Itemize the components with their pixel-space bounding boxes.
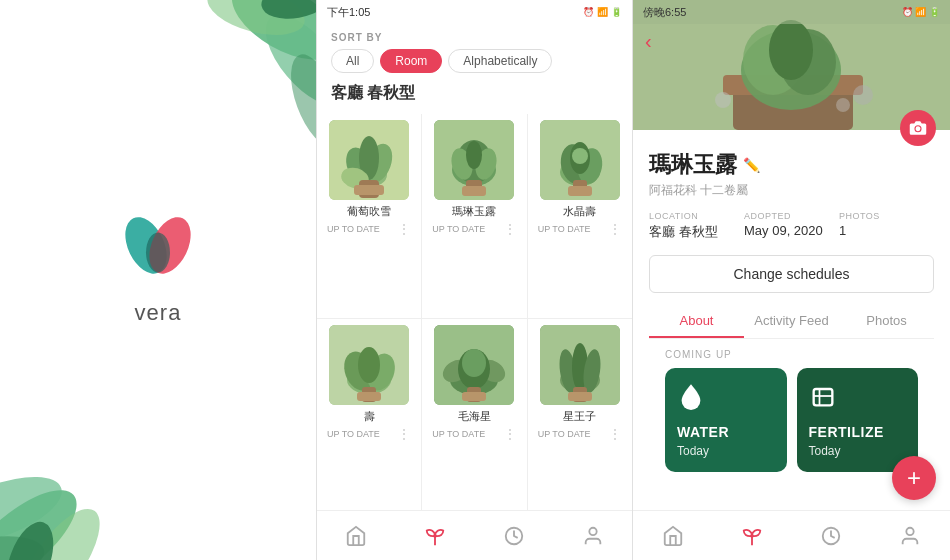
camera-fab[interactable] <box>900 110 936 146</box>
app-logo: vera <box>118 210 198 326</box>
plant-image-0 <box>329 120 409 200</box>
photos-label: PHOTOS <box>839 211 934 221</box>
plant-status-5: UP TO DATE <box>538 429 591 439</box>
plant-latin: 阿福花科 十二卷屬 <box>649 182 934 199</box>
plant-status-2: UP TO DATE <box>538 224 591 234</box>
fertilize-icon <box>809 382 907 416</box>
status-icons-3: ⏰ 📶 🔋 <box>902 7 940 17</box>
chip-all[interactable]: All <box>331 49 374 73</box>
svg-point-26 <box>466 141 482 169</box>
svg-point-78 <box>907 527 914 534</box>
fertilize-sub: Today <box>809 444 907 458</box>
nav-person-3[interactable] <box>898 524 922 548</box>
section-title: 客廳 春秋型 <box>331 83 618 104</box>
nav-clock-2[interactable] <box>502 524 526 548</box>
status-bar-2: 下午1:05 ⏰ 📶 🔋 <box>317 0 632 24</box>
tab-photos[interactable]: Photos <box>839 305 934 338</box>
plant-menu-4[interactable]: ⋮ <box>503 426 517 442</box>
plant-status-row-4: UP TO DATE ⋮ <box>428 426 520 442</box>
status-time-3: 傍晚6:55 <box>643 5 686 20</box>
care-card-fertilize[interactable]: FERTILIZE Today <box>797 368 919 472</box>
plant-detail-name: 瑪琳玉露 <box>649 150 737 180</box>
svg-rect-43 <box>357 392 381 401</box>
bottom-nav-2 <box>317 510 632 560</box>
tab-about[interactable]: About <box>649 305 744 338</box>
back-arrow[interactable]: ‹ <box>645 30 652 53</box>
plant-detail-screen: 傍晚6:55 ⏰ 📶 🔋 ‹ <box>633 0 950 560</box>
plant-status-row-2: UP TO DATE ⋮ <box>534 221 626 237</box>
plant-status-row-5: UP TO DATE ⋮ <box>534 426 626 442</box>
sort-chips: All Room Alphabetically <box>331 49 618 73</box>
plant-card-4[interactable]: 毛海星 UP TO DATE ⋮ <box>422 319 526 523</box>
plant-name-3: 壽 <box>364 409 375 424</box>
plant-name-0: 葡萄吹雪 <box>347 204 391 219</box>
svg-rect-20 <box>354 185 384 195</box>
plant-image-1 <box>434 120 514 200</box>
meta-adopted: ADOPTED May 09, 2020 <box>744 211 839 241</box>
location-value: 客廳 春秋型 <box>649 223 744 241</box>
plant-status-row-3: UP TO DATE ⋮ <box>323 426 415 442</box>
plant-image-2 <box>540 120 620 200</box>
plant-name-1: 瑪琳玉露 <box>452 204 496 219</box>
svg-rect-73 <box>813 389 832 405</box>
svg-point-49 <box>462 349 486 377</box>
nav-home-3[interactable] <box>661 524 685 548</box>
detail-tabs: About Activity Feed Photos <box>649 305 934 339</box>
svg-point-34 <box>572 148 588 164</box>
plant-menu-2[interactable]: ⋮ <box>608 221 622 237</box>
status-time-2: 下午1:05 <box>327 5 370 20</box>
svg-point-61 <box>589 527 596 534</box>
edit-icon[interactable]: ✏️ <box>743 157 760 173</box>
plant-menu-5[interactable]: ⋮ <box>608 426 622 442</box>
plant-status-1: UP TO DATE <box>432 224 485 234</box>
splash-screen: vera <box>0 0 316 560</box>
location-label: LOCATION <box>649 211 744 221</box>
nav-clock-3[interactable] <box>819 524 843 548</box>
plant-list-screen: 下午1:05 ⏰ 📶 🔋 SORT BY All Room Alphabetic… <box>316 0 633 560</box>
nav-home-2[interactable] <box>344 524 368 548</box>
nav-person-2[interactable] <box>581 524 605 548</box>
plant-image-3 <box>329 325 409 405</box>
plant-menu-1[interactable]: ⋮ <box>503 221 517 237</box>
sort-label: SORT BY <box>331 32 618 43</box>
svg-point-12 <box>146 232 170 272</box>
chip-alpha[interactable]: Alphabetically <box>448 49 552 73</box>
top-leaves-decoration <box>156 0 316 160</box>
coming-up-label: COMING UP <box>649 349 934 360</box>
nav-plant-3[interactable] <box>740 524 764 548</box>
plant-card-1[interactable]: 瑪琳玉露 UP TO DATE ⋮ <box>422 114 526 318</box>
adopted-value: May 09, 2020 <box>744 223 839 238</box>
plant-card-2[interactable]: 水晶壽 UP TO DATE ⋮ <box>528 114 632 318</box>
photos-value: 1 <box>839 223 934 238</box>
status-bar-3: 傍晚6:55 ⏰ 📶 🔋 <box>633 0 950 24</box>
chip-room[interactable]: Room <box>380 49 442 73</box>
plant-name-2: 水晶壽 <box>563 204 596 219</box>
water-icon <box>677 382 775 416</box>
plant-status-row-0: UP TO DATE ⋮ <box>323 221 415 237</box>
plant-meta: LOCATION 客廳 春秋型 ADOPTED May 09, 2020 PHO… <box>649 211 934 241</box>
bottom-nav-3 <box>633 510 950 560</box>
app-name-label: vera <box>135 300 182 326</box>
plant-card-0[interactable]: 葡萄吹雪 UP TO DATE ⋮ <box>317 114 421 318</box>
care-cards: WATER Today FERTILIZE Today <box>649 368 934 472</box>
water-label: WATER <box>677 424 775 440</box>
add-fab[interactable]: + <box>892 456 936 500</box>
plant-status-3: UP TO DATE <box>327 429 380 439</box>
plant-name-4: 毛海星 <box>458 409 491 424</box>
plant-menu-0[interactable]: ⋮ <box>397 221 411 237</box>
svg-point-71 <box>836 98 850 112</box>
plant-list-header: SORT BY All Room Alphabetically 客廳 春秋型 <box>317 24 632 114</box>
fertilize-label: FERTILIZE <box>809 424 907 440</box>
adopted-label: ADOPTED <box>744 211 839 221</box>
change-schedules-button[interactable]: Change schedules <box>649 255 934 293</box>
plant-card-3[interactable]: 壽 UP TO DATE ⋮ <box>317 319 421 523</box>
nav-plant-2[interactable] <box>423 524 447 548</box>
care-card-water[interactable]: WATER Today <box>665 368 787 472</box>
svg-rect-58 <box>568 392 592 401</box>
tab-activity[interactable]: Activity Feed <box>744 305 839 338</box>
svg-rect-51 <box>462 392 486 401</box>
plant-name-5: 星王子 <box>563 409 596 424</box>
plant-card-5[interactable]: 星王子 UP TO DATE ⋮ <box>528 319 632 523</box>
plant-info: 瑪琳玉露 ✏️ 阿福花科 十二卷屬 LOCATION 客廳 春秋型 ADOPTE… <box>633 130 950 482</box>
plant-menu-3[interactable]: ⋮ <box>397 426 411 442</box>
